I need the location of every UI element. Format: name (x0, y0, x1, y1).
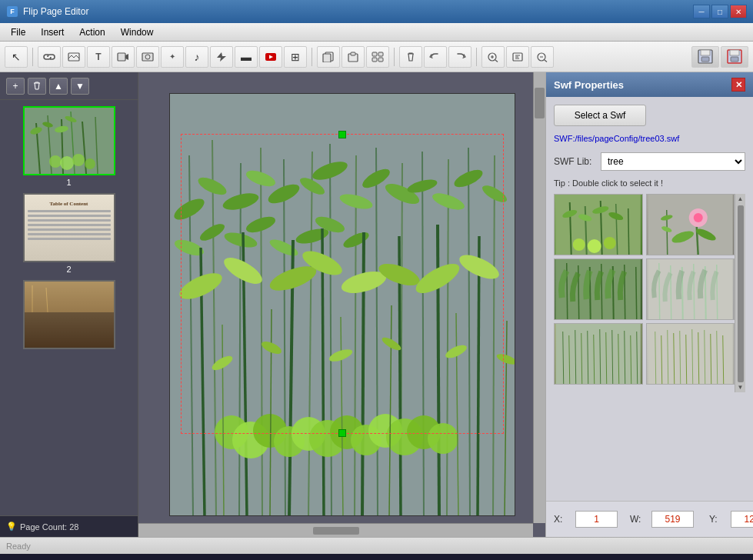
zoom-in-btn[interactable] (481, 46, 505, 68)
canvas-hscrollbar[interactable] (138, 523, 533, 537)
flash-tool-btn[interactable] (210, 46, 233, 68)
delete-page-btn[interactable] (28, 78, 46, 95)
canvas-area[interactable] (138, 72, 545, 537)
select-tool-btn[interactable]: ↖ (5, 46, 28, 68)
swf-thumb-4[interactable] (646, 258, 735, 320)
w-value: 519 (651, 511, 694, 528)
menu-window[interactable]: Window (113, 25, 162, 39)
canvas-vscrollbar[interactable] (533, 72, 545, 523)
undo-btn[interactable] (424, 46, 447, 68)
svg-line-127 (628, 208, 629, 255)
add-page-btn[interactable]: + (6, 78, 25, 95)
toc-line-4 (28, 224, 111, 226)
swf-lib-label: SWF Lib: (554, 156, 596, 167)
menu-insert[interactable]: Insert (33, 25, 72, 39)
svg-line-151 (636, 267, 637, 320)
swf-lib-select[interactable]: tree (601, 152, 745, 171)
canvas-hscrollbar-thumb[interactable] (313, 527, 359, 535)
svg-rect-173 (648, 324, 732, 385)
zoom-out-btn[interactable] (531, 46, 554, 68)
swf-thumb-5[interactable] (554, 323, 643, 385)
video-tool-btn[interactable] (112, 46, 135, 68)
swf-thumbs-container: ▲ ▼ (554, 194, 745, 392)
title-bar: F Flip Page Editor ─ □ ✕ (0, 0, 753, 23)
page-thumb-img-2: Table of Content (23, 193, 115, 262)
thumb-content-1 (25, 108, 114, 174)
svg-text:T: T (95, 52, 102, 62)
swf-grid (554, 194, 735, 385)
swf-grid-scrollbar-thumb (738, 205, 744, 382)
svg-text:F: F (10, 8, 15, 15)
youtube-tool-btn[interactable] (259, 46, 282, 68)
svg-point-133 (588, 239, 601, 253)
link-tool-btn[interactable] (38, 46, 61, 68)
toc-line-5 (28, 228, 111, 231)
center-panel (138, 72, 545, 537)
close-button[interactable]: ✕ (730, 5, 747, 18)
swf-thumb-6[interactable] (646, 323, 735, 385)
toc-line-2 (28, 215, 111, 217)
move-page-up-btn[interactable]: ▲ (49, 78, 68, 95)
extra-tool-btn[interactable]: ⊞ (284, 46, 307, 68)
swf-properties-title: Swf Properties (554, 79, 624, 91)
sep4 (476, 48, 477, 66)
x-value: 1 (575, 511, 618, 528)
app-icon: F (6, 5, 18, 18)
swf-lib-row: SWF Lib: tree (554, 152, 745, 171)
paste-btn[interactable] (342, 46, 365, 68)
x-coord-row: X: 1 (554, 508, 618, 531)
maximize-button[interactable]: □ (711, 5, 728, 18)
left-panel: + ▲ ▼ (0, 72, 138, 537)
svg-rect-14 (378, 52, 383, 56)
shape-tool-btn[interactable]: ▬ (235, 46, 258, 68)
photo-tool-btn[interactable] (136, 46, 159, 68)
group-btn[interactable] (366, 46, 389, 68)
svg-rect-16 (378, 58, 383, 62)
right-panel-body: Select a Swf SWF:/files/pageConfig/tree0… (546, 97, 753, 501)
delete-btn[interactable] (399, 46, 422, 68)
page-thumb-3[interactable] (6, 280, 132, 349)
canvas-vscrollbar-thumb[interactable] (535, 88, 545, 118)
svg-point-109 (428, 423, 458, 454)
menu-bar: File Insert Action Window (0, 23, 753, 42)
save-as-btn[interactable] (721, 46, 748, 68)
menu-action[interactable]: Action (72, 25, 112, 39)
toc-line-3 (28, 219, 111, 222)
toc-lines (28, 210, 111, 242)
svg-point-39 (72, 154, 85, 166)
menu-file[interactable]: File (3, 25, 33, 39)
image-open-btn[interactable] (62, 46, 85, 68)
right-panel-close-btn[interactable]: ✕ (731, 78, 745, 92)
swf-tool-btn[interactable]: ✦ (161, 46, 184, 68)
swf-grid-scroll-up[interactable]: ▲ (738, 195, 744, 202)
text-tool-btn[interactable]: T (87, 46, 110, 68)
svg-rect-21 (701, 50, 710, 55)
y-coord-row: Y: 124 (709, 508, 753, 531)
audio-tool-btn[interactable]: ♪ (185, 46, 208, 68)
page-count-text: Page Count: 28 (20, 522, 78, 532)
tip-text: Tip : Double click to select it ! (554, 178, 745, 188)
redo-btn[interactable] (448, 46, 471, 68)
swf-thumb-3[interactable] (554, 258, 643, 320)
svg-point-38 (60, 156, 74, 170)
select-swf-button[interactable]: Select a Swf (554, 105, 646, 126)
save-btn[interactable] (691, 46, 719, 68)
swf-thumb-2[interactable] (646, 194, 735, 255)
page-thumb-num-2: 2 (66, 265, 71, 274)
thumb-toolbar: + ▲ ▼ (0, 72, 138, 100)
page-thumb-1[interactable]: 1 (6, 106, 132, 187)
toc-line-7 (28, 238, 111, 240)
toolbar: ↖ T ✦ ♪ ▬ ⊞ (0, 42, 753, 72)
svg-point-132 (573, 238, 585, 251)
swf-grid-scrollbar[interactable]: ▲ ▼ (735, 194, 745, 392)
thumb-content-2: Table of Content (25, 195, 114, 261)
main-layout: + ▲ ▼ (0, 72, 753, 537)
copy-btn[interactable] (317, 46, 340, 68)
zoom-fit-btn[interactable] (506, 46, 529, 68)
swf-thumb-1[interactable] (554, 194, 643, 255)
swf-grid-scroll-down[interactable]: ▼ (738, 384, 744, 391)
svg-rect-12 (351, 52, 355, 55)
page-thumb-2[interactable]: Table of Content 2 (6, 193, 132, 274)
minimize-button[interactable]: ─ (693, 5, 710, 18)
move-page-down-btn[interactable]: ▼ (71, 78, 89, 95)
